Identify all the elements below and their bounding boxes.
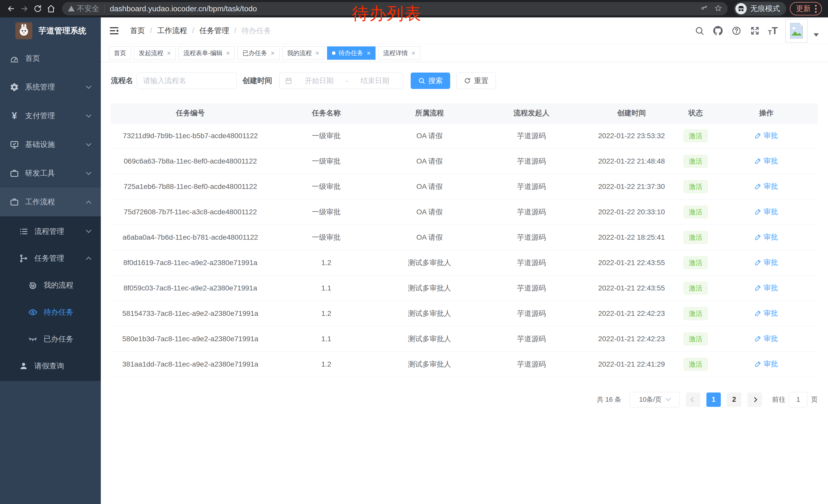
broken-image-icon xyxy=(789,22,803,39)
search-icon[interactable] xyxy=(694,26,705,36)
end-date-placeholder[interactable]: 结束日期 xyxy=(353,76,398,86)
cell-created: 2022-01-22 23:53:32 xyxy=(587,123,676,148)
sidebar-item-pay[interactable]: ¥ 支付管理 xyxy=(0,101,101,130)
browser-forward-icon[interactable] xyxy=(19,4,29,13)
process-name-input[interactable] xyxy=(137,73,237,89)
sidebar-item-my-process[interactable]: 我的流程 xyxy=(0,272,101,299)
date-range-picker[interactable]: 开始日期 - 结束日期 xyxy=(279,73,403,89)
page-number-button[interactable]: 2 xyxy=(727,393,741,407)
tab-close-icon[interactable]: × xyxy=(316,50,319,56)
font-size-icon[interactable]: TT xyxy=(768,26,778,36)
sidebar-item-done[interactable]: 已办任务 xyxy=(0,326,101,353)
sidebar-item-label: 任务管理 xyxy=(34,253,87,264)
tab-close-icon[interactable]: × xyxy=(226,50,230,56)
approve-button[interactable]: 审批 xyxy=(755,283,778,293)
cell-starter: 芋道源码 xyxy=(476,352,587,377)
cell-task-id: 8f0d1619-7ac8-11ec-a9e2-a2380e71991a xyxy=(111,250,270,275)
incognito-label: 无痕模式 xyxy=(750,4,780,14)
avatar-caret-icon[interactable] xyxy=(814,33,819,37)
status-badge: 激活 xyxy=(684,307,708,320)
cell-created: 2022-01-21 22:42:23 xyxy=(587,301,676,326)
app-logo-row[interactable]: 芋道管理系统 xyxy=(0,17,101,44)
sidebar-item-label: 已办任务 xyxy=(44,334,93,344)
approve-button[interactable]: 审批 xyxy=(755,131,778,140)
update-label[interactable]: 更新 xyxy=(796,4,811,14)
status-badge: 激活 xyxy=(684,180,708,193)
sidebar-item-todo[interactable]: 待办任务 xyxy=(0,299,101,326)
tab-close-icon[interactable]: × xyxy=(367,50,371,56)
breadcrumb-item[interactable]: 工作流程 xyxy=(157,26,199,36)
sidebar-item-home[interactable]: 首页 xyxy=(0,44,101,73)
sidebar-item-leave[interactable]: 请假查询 xyxy=(0,353,101,379)
security-label[interactable]: 不安全 xyxy=(77,4,99,14)
approve-button[interactable]: 审批 xyxy=(755,156,778,166)
search-button[interactable]: 搜索 xyxy=(411,73,450,89)
cell-task-id: 069c6a63-7b8a-11ec-8ef0-acde48001122 xyxy=(111,148,270,174)
sidebar-item-model[interactable]: 流程管理 xyxy=(0,218,101,245)
breadcrumb-item[interactable]: 待办任务 xyxy=(241,26,271,36)
edit-pencil-icon xyxy=(755,360,761,367)
sidebar-item-infra[interactable]: 基础设施 xyxy=(0,130,101,159)
process-name-label: 流程名 xyxy=(111,76,133,86)
edit-pencil-icon xyxy=(755,157,761,164)
edit-pencil-icon xyxy=(755,208,761,215)
browser-menu-icon[interactable] xyxy=(815,5,817,13)
fullscreen-icon[interactable] xyxy=(749,26,760,36)
sidebar-item-bpm[interactable]: 工作流程 xyxy=(0,188,101,216)
breadcrumb-item[interactable]: 首页 xyxy=(130,26,157,36)
bookmark-star-icon[interactable] xyxy=(714,4,722,13)
next-page-button[interactable] xyxy=(747,393,762,407)
approve-button[interactable]: 审批 xyxy=(755,308,778,318)
opened-page-tab[interactable]: 流程详情 × xyxy=(378,46,420,60)
opened-page-tab[interactable]: 发起流程 × xyxy=(134,46,176,60)
cell-process: 测试多审批人 xyxy=(383,352,476,377)
cell-process: OA 请假 xyxy=(383,123,476,148)
approve-button[interactable]: 审批 xyxy=(755,359,778,369)
opened-page-tab[interactable]: 我的流程 × xyxy=(282,46,324,60)
dashboard-icon xyxy=(9,53,19,63)
sidebar-fold-icon[interactable] xyxy=(109,25,120,36)
browser-reload-icon[interactable] xyxy=(33,4,43,13)
opened-page-tab[interactable]: 待办任务 × xyxy=(327,46,376,60)
chevron-down-icon xyxy=(86,170,91,175)
incognito-icon xyxy=(735,3,747,14)
password-key-icon[interactable] xyxy=(701,4,708,13)
cell-task-name: 1.2 xyxy=(270,301,383,326)
github-icon[interactable] xyxy=(713,26,723,36)
page-size-select[interactable]: 10条/页 xyxy=(629,392,680,407)
goto-page-input[interactable] xyxy=(789,392,808,407)
opened-page-tab[interactable]: 已办任务 × xyxy=(238,46,279,60)
prev-page-button[interactable] xyxy=(686,393,700,407)
browser-back-icon[interactable] xyxy=(6,4,16,13)
sidebar-item-label: 基础设施 xyxy=(25,139,87,150)
tab-close-icon[interactable]: × xyxy=(411,50,415,56)
approve-button[interactable]: 审批 xyxy=(755,258,778,267)
opened-page-tab[interactable]: 流程表单-编辑 × xyxy=(178,46,235,60)
approve-button[interactable]: 审批 xyxy=(755,182,778,191)
breadcrumb-item[interactable]: 任务管理 xyxy=(199,26,241,36)
page-number-button[interactable]: 1 xyxy=(706,393,721,407)
sidebar-item-task[interactable]: 任务管理 xyxy=(0,245,101,272)
approve-button[interactable]: 审批 xyxy=(755,207,778,217)
help-icon[interactable] xyxy=(731,26,742,36)
start-date-placeholder[interactable]: 开始日期 xyxy=(296,76,342,86)
cell-process: 测试多审批人 xyxy=(383,250,476,275)
security-warning-icon[interactable] xyxy=(68,5,75,12)
avatar[interactable] xyxy=(785,19,808,43)
approve-button[interactable]: 审批 xyxy=(755,334,778,343)
tab-close-icon[interactable]: × xyxy=(167,50,171,56)
cell-starter: 芋道源码 xyxy=(476,250,587,275)
calendar-icon xyxy=(285,77,292,85)
edit-pencil-icon xyxy=(755,132,761,139)
cell-process: 测试多审批人 xyxy=(383,275,476,301)
browser-update-button[interactable]: 更新 xyxy=(790,2,822,15)
opened-page-tab[interactable]: 首页 × xyxy=(109,46,131,60)
main-content: 流程名 创建时间 开始日期 - 结束日期 搜索 重置 任务编号 任务名称 所属流… xyxy=(101,62,828,504)
sidebar-item-system[interactable]: 系统管理 xyxy=(0,73,101,101)
approve-button[interactable]: 审批 xyxy=(755,232,778,242)
reset-button[interactable]: 重置 xyxy=(456,73,496,89)
tab-close-icon[interactable]: × xyxy=(271,50,275,56)
sidebar-item-tool[interactable]: 研发工具 xyxy=(0,159,101,188)
browser-home-icon[interactable] xyxy=(46,4,56,13)
table-row: 381aa1dd-7ac8-11ec-a9e2-a2380e71991a 1.2… xyxy=(111,352,818,377)
